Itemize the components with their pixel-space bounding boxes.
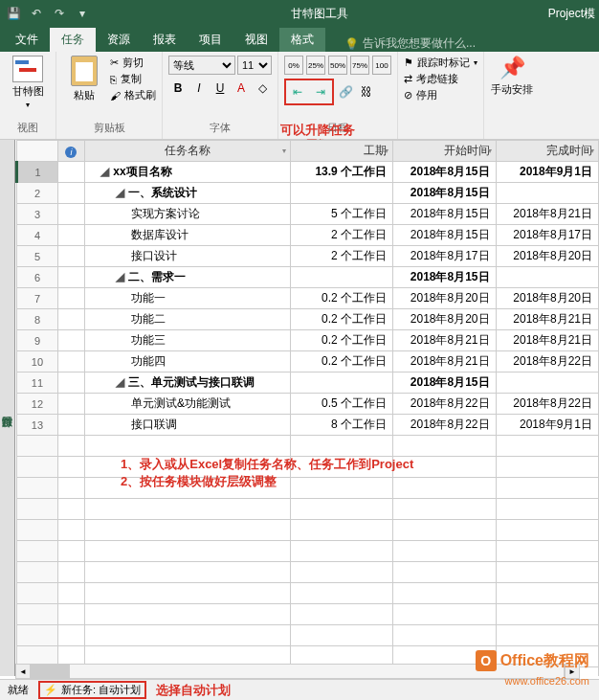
task-name-cell[interactable]: 功能四 xyxy=(84,351,290,373)
progress-50-button[interactable]: 50% xyxy=(328,56,347,75)
finish-cell[interactable]: 2018年8月20日 xyxy=(496,246,598,267)
view-side-label[interactable]: 跟踪甘特图 xyxy=(0,140,15,676)
start-cell[interactable]: 2018年8月15日 xyxy=(393,204,496,225)
duration-cell[interactable]: 0.2 个工作日 xyxy=(290,288,392,309)
tab-project[interactable]: 项目 xyxy=(188,28,233,52)
info-cell[interactable] xyxy=(57,330,84,351)
task-name-cell[interactable]: 实现方案讨论 xyxy=(84,204,290,225)
col-duration[interactable]: 工期▾ xyxy=(290,141,392,162)
row-number[interactable]: 1 xyxy=(17,162,58,183)
copy-button[interactable]: ⎘复制 xyxy=(110,72,156,86)
table-row-empty[interactable] xyxy=(17,436,599,457)
row-number[interactable]: 3 xyxy=(17,204,58,225)
progress-75-button[interactable]: 75% xyxy=(350,56,369,75)
info-cell[interactable] xyxy=(57,373,84,394)
info-cell[interactable] xyxy=(57,204,84,225)
finish-cell[interactable]: 2018年8月20日 xyxy=(496,288,598,309)
finish-cell[interactable]: 2018年8月21日 xyxy=(496,330,598,351)
outdent-button[interactable]: ⇤ xyxy=(288,82,307,102)
qat-more-icon[interactable]: ▾ xyxy=(73,4,92,23)
task-name-cell[interactable]: ◢ 一、系统设计 xyxy=(84,183,290,204)
start-cell[interactable]: 2018年8月15日 xyxy=(393,183,496,204)
new-task-mode[interactable]: ⚡ 新任务: 自动计划 xyxy=(38,681,146,699)
col-name[interactable]: 任务名称▾ xyxy=(84,141,290,162)
duration-cell[interactable]: 5 个工作日 xyxy=(290,204,392,225)
start-cell[interactable]: 2018年8月21日 xyxy=(393,351,496,373)
col-info[interactable]: i xyxy=(57,141,84,162)
duration-cell[interactable]: 0.2 个工作日 xyxy=(290,309,392,330)
duration-cell[interactable]: 0.5 个工作日 xyxy=(290,394,392,415)
finish-cell[interactable]: 2018年8月21日 xyxy=(496,204,598,225)
info-cell[interactable] xyxy=(57,309,84,330)
task-name-cell[interactable]: ◢ 三、单元测试与接口联调 xyxy=(84,373,290,394)
table-row[interactable]: 12单元测试&功能测试0.5 个工作日2018年8月22日2018年8月22日 xyxy=(17,394,599,415)
gantt-chart-button[interactable]: 甘特图 ▾ xyxy=(6,56,50,109)
collapse-icon[interactable]: ◢ xyxy=(116,270,125,283)
save-icon[interactable]: 💾 xyxy=(4,4,23,23)
table-row[interactable]: 8功能二0.2 个工作日2018年8月20日2018年8月21日 xyxy=(17,309,599,330)
finish-cell[interactable] xyxy=(496,267,598,288)
scroll-thumb[interactable] xyxy=(32,665,70,678)
table-row[interactable]: 1◢ xx项目名称13.9 个工作日2018年8月15日2018年9月1日 xyxy=(17,162,599,183)
link-button[interactable]: 🔗 xyxy=(336,82,355,102)
table-row[interactable]: 13接口联调8 个工作日2018年8月22日2018年9月1日 xyxy=(17,415,599,436)
row-number[interactable]: 2 xyxy=(17,183,58,204)
table-row[interactable]: 7功能一0.2 个工作日2018年8月20日2018年8月20日 xyxy=(17,288,599,309)
tell-me-search[interactable]: 💡 告诉我您想要做什么... xyxy=(344,35,476,52)
task-name-cell[interactable]: ◢ 二、需求一 xyxy=(84,267,290,288)
col-finish[interactable]: 完成时间▾ xyxy=(496,141,598,162)
duration-cell[interactable]: 0.2 个工作日 xyxy=(290,330,392,351)
table-row-empty[interactable] xyxy=(17,541,599,562)
table-row-empty[interactable] xyxy=(17,604,599,625)
bold-button[interactable]: B xyxy=(168,79,188,98)
underline-button[interactable]: U xyxy=(211,79,230,98)
row-number[interactable]: 10 xyxy=(17,351,58,373)
info-cell[interactable] xyxy=(57,267,84,288)
table-row-empty[interactable] xyxy=(17,625,599,646)
indent-button[interactable]: ⇥ xyxy=(311,82,330,102)
start-cell[interactable]: 2018年8月15日 xyxy=(393,225,496,246)
scroll-left-arrow[interactable]: ◄ xyxy=(15,664,31,679)
task-name-cell[interactable]: 数据库设计 xyxy=(84,225,290,246)
duration-cell[interactable]: 2 个工作日 xyxy=(290,246,392,267)
tab-view[interactable]: 视图 xyxy=(233,28,279,52)
finish-cell[interactable]: 2018年9月1日 xyxy=(496,162,598,183)
duration-cell[interactable] xyxy=(290,373,392,394)
duration-cell[interactable]: 13.9 个工作日 xyxy=(290,162,392,183)
dropdown-icon[interactable]: ▾ xyxy=(385,147,388,155)
row-number[interactable]: 4 xyxy=(17,225,58,246)
info-cell[interactable] xyxy=(57,288,84,309)
row-number[interactable]: 9 xyxy=(17,330,58,351)
table-row[interactable]: 2◢ 一、系统设计2018年8月15日 xyxy=(17,183,599,204)
start-cell[interactable]: 2018年8月22日 xyxy=(393,415,496,436)
finish-cell[interactable] xyxy=(496,373,598,394)
info-cell[interactable] xyxy=(57,246,84,267)
info-cell[interactable] xyxy=(57,162,84,183)
duration-cell[interactable]: 8 个工作日 xyxy=(290,415,392,436)
finish-cell[interactable]: 2018年8月22日 xyxy=(496,394,598,415)
table-row-empty[interactable] xyxy=(17,499,599,520)
table-row-empty[interactable] xyxy=(17,562,599,583)
table-row[interactable]: 5接口设计2 个工作日2018年8月17日2018年8月20日 xyxy=(17,246,599,267)
task-name-cell[interactable]: 单元测试&功能测试 xyxy=(84,394,290,415)
task-name-cell[interactable]: 接口设计 xyxy=(84,246,290,267)
row-number[interactable]: 7 xyxy=(17,288,58,309)
font-family-select[interactable]: 等线 xyxy=(168,56,235,75)
paste-button[interactable]: 粘贴 xyxy=(62,56,106,104)
table-row[interactable]: 6◢ 二、需求一2018年8月15日 xyxy=(17,267,599,288)
collapse-icon[interactable]: ◢ xyxy=(100,165,110,178)
respect-links-button[interactable]: ⇄考虑链接 xyxy=(404,72,477,86)
unlink-button[interactable]: ⛓ xyxy=(357,82,376,102)
font-size-select[interactable]: 11 xyxy=(237,56,272,75)
start-cell[interactable]: 2018年8月15日 xyxy=(393,267,496,288)
start-cell[interactable]: 2018年8月17日 xyxy=(393,246,496,267)
row-number[interactable]: 5 xyxy=(17,246,58,267)
row-number[interactable]: 8 xyxy=(17,309,58,330)
start-cell[interactable]: 2018年8月15日 xyxy=(393,162,496,183)
task-name-cell[interactable]: 功能二 xyxy=(84,309,290,330)
table-row-empty[interactable] xyxy=(17,520,599,541)
task-name-cell[interactable]: 功能一 xyxy=(84,288,290,309)
start-cell[interactable]: 2018年8月20日 xyxy=(393,309,496,330)
tab-task[interactable]: 任务 xyxy=(50,28,96,52)
row-number[interactable]: 6 xyxy=(17,267,58,288)
